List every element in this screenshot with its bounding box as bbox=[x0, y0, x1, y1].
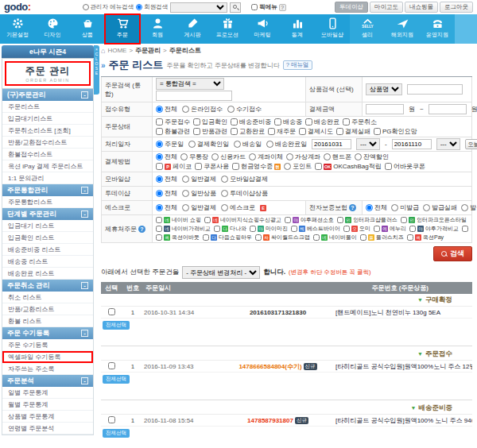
partner-option[interactable]: 오오미 bbox=[343, 225, 370, 233]
partner-checkbox[interactable] bbox=[343, 226, 350, 232]
product-search-input[interactable] bbox=[407, 84, 463, 95]
payment-extra-checkbox[interactable] bbox=[385, 163, 392, 170]
order-number[interactable]: 1478666584804(수기)신규 bbox=[220, 362, 335, 371]
guarantee-option[interactable]: 전체 bbox=[366, 203, 387, 212]
collapse-icon[interactable]: - bbox=[81, 377, 88, 384]
sidebar-item[interactable]: 일별 주문통계 bbox=[2, 387, 93, 399]
status2-option[interactable]: 환불관련 bbox=[156, 127, 190, 136]
sidebar-item[interactable]: 주문취소리스트 [조회] bbox=[2, 125, 93, 137]
escrow-option[interactable]: 에스크로 bbox=[221, 203, 255, 212]
datetype-radio[interactable] bbox=[266, 141, 273, 148]
order-checkbox[interactable] bbox=[108, 308, 115, 315]
todayshop-radio[interactable] bbox=[156, 190, 163, 197]
sidebar-item[interactable]: 자주쓰는 주소록 bbox=[2, 363, 93, 375]
sidebar-section-header[interactable]: 주문취소 관리- bbox=[2, 280, 93, 292]
mobileshop-option[interactable]: 모바일샵결제 bbox=[221, 175, 268, 183]
mobileshop-radio[interactable] bbox=[182, 176, 189, 183]
guarantee-radio[interactable] bbox=[461, 204, 468, 211]
nav-item-mobile[interactable]: 모바일샵 bbox=[315, 14, 350, 44]
order-number[interactable]: 2016103171321830 bbox=[220, 309, 335, 316]
guarantee-option[interactable]: 발급실패 bbox=[423, 203, 457, 212]
sidebar-section-header[interactable]: (구)주문관리- bbox=[2, 89, 93, 101]
status1-checkbox[interactable] bbox=[274, 118, 281, 126]
order-product[interactable]: [타히티골드 공식수입원]원액100%노니 주스 12병 bbox=[335, 362, 472, 371]
nav-item-pencil[interactable]: 게시판 bbox=[175, 14, 210, 44]
payment-radio[interactable] bbox=[355, 153, 362, 160]
nav-item-gear[interactable]: 기본설정 bbox=[0, 14, 35, 44]
top-button-0[interactable]: 투데이샵 bbox=[335, 2, 368, 13]
status2-checkbox[interactable] bbox=[231, 128, 238, 135]
payment-option[interactable]: 가상계좌 bbox=[286, 153, 320, 161]
godo-logo[interactable]: godo: bbox=[4, 1, 31, 14]
partner-checkbox[interactable] bbox=[203, 234, 209, 241]
order-checkbox[interactable] bbox=[108, 362, 115, 369]
sidebar-item[interactable]: 환불 리스트 bbox=[2, 315, 93, 327]
partner-option[interactable]: 네네이버폴이 bbox=[313, 234, 357, 241]
sidebar-section-header[interactable]: 주문통합관리- bbox=[2, 184, 93, 196]
receipt-radio[interactable] bbox=[227, 106, 235, 113]
partner-checkbox[interactable] bbox=[360, 234, 366, 241]
partner-checkbox[interactable] bbox=[255, 234, 262, 241]
partner-checkbox[interactable] bbox=[156, 234, 162, 241]
select-all-badge[interactable]: 전체선택 bbox=[103, 321, 130, 330]
top-button-3[interactable]: 로그아웃 bbox=[440, 2, 473, 13]
status1-option[interactable]: 입금확인 bbox=[193, 118, 227, 126]
nav-item-gift[interactable]: 프로모션 bbox=[210, 14, 245, 44]
sidebar-item[interactable]: 상품별 주문통계 bbox=[2, 411, 93, 423]
datetype-option[interactable]: 배송완료일 bbox=[266, 140, 307, 149]
payment-extra-checkbox[interactable] bbox=[195, 163, 202, 170]
sidebar-section-header[interactable]: 단계별 주문관리- bbox=[2, 208, 93, 220]
sidebar-item[interactable]: 입금대기 리스트 bbox=[2, 220, 93, 232]
partner-checkbox[interactable] bbox=[285, 217, 291, 223]
status1-checkbox[interactable] bbox=[193, 118, 200, 126]
partner-checkbox[interactable] bbox=[462, 226, 468, 232]
breadcrumb-home[interactable]: HOME bbox=[107, 47, 126, 54]
partner-checkbox[interactable] bbox=[313, 234, 320, 241]
guarantee-radio[interactable] bbox=[391, 204, 398, 211]
payment-extra-option[interactable]: 포인트 bbox=[284, 162, 312, 171]
date-to-input[interactable] bbox=[392, 139, 432, 149]
top-search-select[interactable] bbox=[170, 2, 227, 13]
payment-option[interactable]: 신용카드 bbox=[211, 153, 246, 161]
sidebar-item[interactable]: 주문리스트 bbox=[2, 101, 93, 113]
todayshop-option[interactable]: 일반상품 bbox=[182, 189, 216, 198]
status1-checkbox[interactable] bbox=[305, 118, 312, 126]
payment-option[interactable]: 무통장 bbox=[180, 153, 208, 161]
partner-option[interactable]: 인인터파크샵플러스 bbox=[337, 216, 398, 224]
amount-to-input[interactable] bbox=[429, 104, 467, 114]
sidebar-item[interactable]: 환불접수리스트 bbox=[2, 149, 93, 160]
partner-checkbox[interactable] bbox=[291, 226, 297, 232]
collapse-icon[interactable]: - bbox=[81, 91, 88, 98]
sidebar-item[interactable]: 반품/교환접수리스트 bbox=[2, 137, 93, 149]
payment-radio[interactable] bbox=[324, 153, 331, 160]
status2-checkbox[interactable] bbox=[193, 128, 200, 135]
order-group-header[interactable]: ▼구매확정 bbox=[101, 294, 472, 307]
partner-option[interactable]: 다다음쇼핑하우 bbox=[203, 234, 252, 241]
help-icon[interactable]: ? bbox=[349, 204, 356, 211]
mobileshop-radio[interactable] bbox=[221, 176, 228, 183]
sidebar-item[interactable]: 월별 주문통계 bbox=[2, 399, 93, 411]
partner-checkbox[interactable] bbox=[204, 217, 211, 223]
payment-extra-option[interactable]: P페이코 bbox=[156, 162, 192, 171]
datetype-radio[interactable] bbox=[156, 141, 163, 148]
admin-menu-search-radio[interactable]: 관리자 메뉴검색 bbox=[83, 3, 134, 11]
date-from-input[interactable] bbox=[312, 139, 351, 149]
order-status-change-select[interactable]: - 주문상태 변경처리 - bbox=[182, 266, 260, 279]
breadcrumb-level1[interactable]: 주문관리 bbox=[135, 46, 161, 55]
manual-badge[interactable]: ? 매뉴얼 bbox=[283, 60, 312, 70]
sidebar-item[interactable]: 연령별 주문분석 bbox=[2, 423, 93, 434]
sidebar-item[interactable]: 배송완료 리스트 bbox=[2, 268, 93, 280]
escrow-option[interactable]: 전체 bbox=[156, 203, 177, 212]
status1-checkbox[interactable] bbox=[231, 118, 238, 126]
sidebar-item[interactable]: 엑셀파일 수기등록 bbox=[2, 351, 93, 363]
partner-option[interactable]: 야야후전문몰 bbox=[462, 225, 468, 233]
datetype-option[interactable]: 주문일 bbox=[156, 140, 184, 149]
time-from-select[interactable]: --- bbox=[356, 138, 380, 150]
sidebar-item[interactable]: 배송준비중 리스트 bbox=[2, 244, 93, 256]
receipt-option[interactable]: 온라인접수 bbox=[182, 105, 223, 114]
sidebar-item[interactable]: 입금확인 리스트 bbox=[2, 232, 93, 244]
product-search-type-select[interactable]: 상품명 bbox=[366, 83, 402, 95]
receipt-option[interactable]: 수기접수 bbox=[227, 105, 262, 114]
partner-checkbox[interactable] bbox=[156, 226, 162, 232]
select-all-badge[interactable]: 전체선택 bbox=[103, 375, 130, 384]
